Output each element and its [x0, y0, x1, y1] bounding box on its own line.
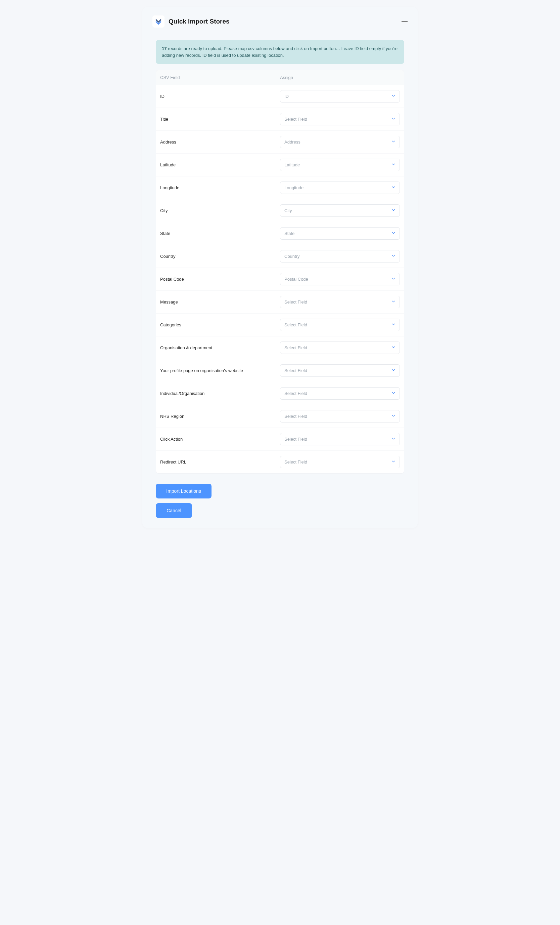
import-button[interactable]: Import Locations — [156, 484, 212, 499]
assign-select-value: ID — [284, 94, 289, 99]
table-row: MessageSelect Field — [156, 291, 404, 313]
assign-select-wrap: City — [280, 204, 400, 217]
csv-field-label: Postal Code — [160, 277, 280, 282]
logo-icon — [152, 15, 165, 27]
table-row: TitleSelect Field — [156, 108, 404, 130]
assign-select-value: Select Field — [284, 322, 307, 327]
minimize-button[interactable] — [402, 21, 408, 22]
assign-select-value: Select Field — [284, 459, 307, 464]
modal-header: Quick Import Stores — [143, 7, 417, 35]
table-row: Postal CodePostal Code — [156, 268, 404, 291]
assign-select-value: State — [284, 231, 294, 236]
assign-select-wrap: Select Field — [280, 113, 400, 125]
assign-select[interactable]: City — [280, 204, 400, 217]
assign-select-value: City — [284, 208, 292, 213]
assign-select-value: Select Field — [284, 117, 307, 122]
assign-select-wrap: Select Field — [280, 433, 400, 445]
assign-select-value: Select Field — [284, 437, 307, 441]
assign-select-wrap: Select Field — [280, 319, 400, 331]
mapping-table: CSV Field Assign IDIDTitleSelect FieldAd… — [156, 70, 404, 474]
csv-field-label: Your profile page on organisation's webs… — [160, 368, 280, 373]
table-header: CSV Field Assign — [156, 70, 404, 85]
assign-select[interactable]: Select Field — [280, 365, 400, 377]
csv-field-label: City — [160, 208, 280, 213]
assign-select[interactable]: Postal Code — [280, 273, 400, 285]
table-row: CategoriesSelect Field — [156, 313, 404, 336]
assign-select[interactable]: Select Field — [280, 433, 400, 445]
table-row: Click ActionSelect Field — [156, 428, 404, 450]
csv-field-label: Latitude — [160, 162, 280, 167]
assign-select[interactable]: Select Field — [280, 410, 400, 422]
table-row: StateState — [156, 222, 404, 245]
assign-select[interactable]: Address — [280, 136, 400, 148]
assign-select-value: Address — [284, 140, 300, 145]
assign-select-value: Select Field — [284, 345, 307, 350]
table-row: Individual/OrganisationSelect Field — [156, 382, 404, 405]
assign-select-value: Select Field — [284, 368, 307, 373]
assign-select-wrap: Select Field — [280, 365, 400, 377]
csv-field-label: NHS Region — [160, 414, 280, 419]
assign-select-wrap: Select Field — [280, 410, 400, 422]
header-left: Quick Import Stores — [152, 15, 230, 27]
assign-select-wrap: Select Field — [280, 387, 400, 400]
table-row: CountryCountry — [156, 245, 404, 268]
assign-select-wrap: Select Field — [280, 456, 400, 468]
assign-select[interactable]: Longitude — [280, 181, 400, 194]
assign-select-wrap: Address — [280, 136, 400, 148]
csv-field-label: Address — [160, 140, 280, 145]
csv-field-label: Longitude — [160, 185, 280, 190]
header-csv-field: CSV Field — [160, 75, 280, 80]
csv-field-label: Title — [160, 117, 280, 122]
csv-field-label: State — [160, 231, 280, 236]
csv-field-label: Redirect URL — [160, 459, 280, 464]
assign-select[interactable]: State — [280, 227, 400, 240]
assign-select-wrap: Select Field — [280, 342, 400, 354]
table-row: Your profile page on organisation's webs… — [156, 359, 404, 382]
cancel-button[interactable]: Cancel — [156, 503, 192, 518]
csv-field-label: ID — [160, 94, 280, 99]
modal-title: Quick Import Stores — [168, 18, 230, 25]
record-count: 17 — [162, 46, 167, 51]
csv-field-label: Message — [160, 300, 280, 304]
modal-body: 17 records are ready to upload. Please m… — [143, 35, 417, 528]
csv-field-label: Individual/Organisation — [160, 391, 280, 396]
assign-select-value: Select Field — [284, 300, 307, 304]
assign-select[interactable]: Select Field — [280, 456, 400, 468]
table-row: NHS RegionSelect Field — [156, 405, 404, 428]
table-row: Organisation & departmentSelect Field — [156, 336, 404, 359]
assign-select[interactable]: Latitude — [280, 159, 400, 171]
table-row: AddressAddress — [156, 130, 404, 153]
csv-field-label: Organisation & department — [160, 345, 280, 350]
assign-select-wrap: Longitude — [280, 181, 400, 194]
assign-select[interactable]: ID — [280, 90, 400, 102]
assign-select-value: Longitude — [284, 185, 303, 190]
table-row: LatitudeLatitude — [156, 153, 404, 176]
assign-select[interactable]: Select Field — [280, 387, 400, 400]
table-row: IDID — [156, 85, 404, 108]
import-modal: Quick Import Stores 17 records are ready… — [143, 7, 417, 528]
assign-select-value: Latitude — [284, 162, 300, 167]
csv-field-label: Country — [160, 254, 280, 259]
assign-select[interactable]: Select Field — [280, 319, 400, 331]
assign-select-wrap: ID — [280, 90, 400, 102]
assign-select-value: Select Field — [284, 391, 307, 396]
banner-text: records are ready to upload. Please map … — [162, 46, 398, 58]
assign-select-wrap: Postal Code — [280, 273, 400, 285]
table-row: LongitudeLongitude — [156, 176, 404, 199]
assign-select-value: Postal Code — [284, 277, 308, 282]
assign-select[interactable]: Select Field — [280, 113, 400, 125]
assign-select[interactable]: Select Field — [280, 296, 400, 308]
info-banner: 17 records are ready to upload. Please m… — [156, 40, 404, 64]
assign-select[interactable]: Country — [280, 250, 400, 262]
assign-select-wrap: Select Field — [280, 296, 400, 308]
assign-select-value: Select Field — [284, 414, 307, 419]
assign-select-wrap: State — [280, 227, 400, 240]
table-row: CityCity — [156, 199, 404, 222]
header-assign: Assign — [280, 75, 400, 80]
assign-select-wrap: Country — [280, 250, 400, 262]
csv-field-label: Click Action — [160, 437, 280, 441]
actions-bar: Import Locations Cancel — [156, 484, 404, 518]
assign-select-value: Country — [284, 254, 300, 259]
assign-select[interactable]: Select Field — [280, 342, 400, 354]
assign-select-wrap: Latitude — [280, 159, 400, 171]
